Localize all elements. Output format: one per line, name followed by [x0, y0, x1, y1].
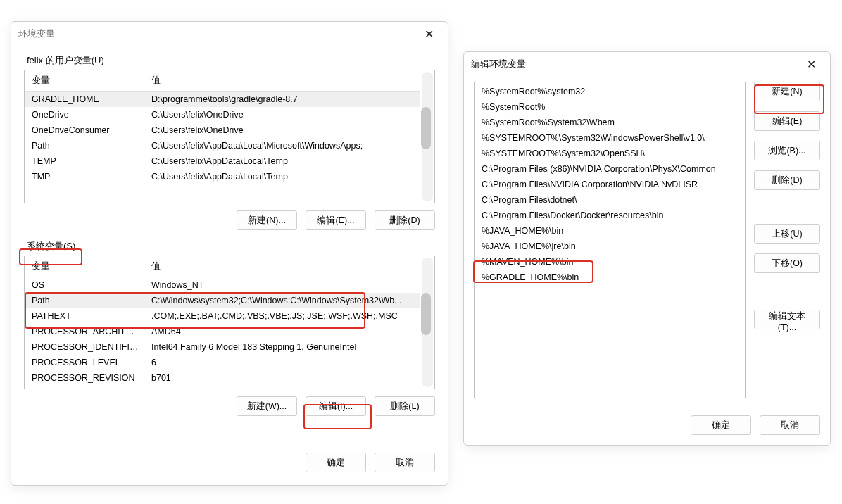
list-item[interactable]: %SystemRoot%\System32\Wbem: [475, 115, 745, 130]
edit-text-button[interactable]: 编辑文本(T)...: [754, 310, 820, 329]
list-item[interactable]: %SystemRoot%: [475, 99, 745, 115]
list-item[interactable]: %SYSTEMROOT%\System32\WindowsPowerShell\…: [475, 130, 745, 146]
scrollbar[interactable]: [422, 72, 433, 201]
sys-var-row[interactable]: Path C:\Windows\system32;C:\Windows;C:\W…: [25, 293, 420, 308]
user-var-row[interactable]: Path C:\Users\felix\AppData\Local\Micros…: [25, 138, 420, 153]
scrollbar[interactable]: [422, 258, 433, 387]
list-item[interactable]: C:\Program Files\dotnet\: [475, 192, 745, 208]
sys-var-row[interactable]: PROCESSOR_REVISION b701: [25, 370, 420, 386]
titlebar[interactable]: 编辑环境变量 ✕: [464, 52, 830, 76]
dialog-title: 编辑环境变量: [471, 58, 799, 70]
user-vars-table[interactable]: 变量 值 GRADLE_HOME D:\programme\tools\grad…: [24, 70, 435, 203]
move-down-button[interactable]: 下移(O): [754, 253, 820, 273]
edit-button[interactable]: 编辑(E): [754, 111, 820, 131]
user-edit-button[interactable]: 编辑(E)...: [306, 210, 366, 230]
col-var[interactable]: 变量: [25, 256, 144, 277]
col-val[interactable]: 值: [144, 70, 420, 92]
sys-var-row[interactable]: PATHEXT .COM;.EXE;.BAT;.CMD;.VBS;.VBE;.J…: [25, 308, 420, 324]
user-var-row[interactable]: OneDrive C:\Users\felix\OneDrive: [25, 107, 420, 122]
list-item[interactable]: %SYSTEMROOT%\System32\OpenSSH\: [475, 146, 745, 161]
titlebar[interactable]: 环境变量 ✕: [11, 22, 448, 46]
dialog-title: 环境变量: [18, 28, 417, 40]
ok-button[interactable]: 确定: [691, 415, 751, 435]
sys-var-row[interactable]: PROCESSOR_IDENTIFIER Intel64 Family 6 Mo…: [25, 339, 420, 355]
delete-button[interactable]: 删除(D): [754, 170, 820, 190]
cancel-button[interactable]: 取消: [760, 415, 820, 435]
ok-button[interactable]: 确定: [306, 453, 366, 472]
list-item[interactable]: C:\Program Files (x86)\NVIDIA Corporatio…: [475, 161, 745, 177]
sys-delete-button[interactable]: 删除(L): [375, 396, 435, 416]
sys-vars-table[interactable]: 变量 值 OS Windows_NT Path C:\Windows\syste…: [24, 256, 435, 389]
cancel-button[interactable]: 取消: [375, 453, 435, 472]
list-item[interactable]: %MAVEN_HOME%\bin: [475, 254, 745, 270]
sys-var-row[interactable]: PROCESSOR_ARCHITECT... AMD64: [25, 324, 420, 339]
list-item[interactable]: %JAVA_HOME%\bin: [475, 223, 745, 239]
sys-edit-button[interactable]: 编辑(I)...: [306, 396, 366, 416]
list-item[interactable]: C:\Program Files\Docker\Docker\resources…: [475, 208, 745, 223]
user-vars-label: felix 的用户变量(U): [27, 54, 435, 67]
browse-button[interactable]: 浏览(B)...: [754, 141, 820, 160]
list-item[interactable]: %SystemRoot%\system32: [475, 84, 745, 99]
sys-var-row[interactable]: OS Windows_NT: [25, 277, 420, 294]
move-up-button[interactable]: 上移(U): [754, 224, 820, 244]
env-vars-dialog: 环境变量 ✕ felix 的用户变量(U) 变量 值 GRADLE_HOME D…: [11, 21, 448, 486]
user-var-row[interactable]: TEMP C:\Users\felix\AppData\Local\Temp: [25, 153, 420, 169]
col-val[interactable]: 值: [144, 256, 420, 277]
new-button[interactable]: 新建(N): [754, 82, 820, 101]
user-new-button[interactable]: 新建(N)...: [237, 210, 297, 230]
path-list[interactable]: %SystemRoot%\system32 %SystemRoot% %Syst…: [474, 82, 746, 398]
col-var[interactable]: 变量: [25, 70, 144, 92]
close-icon[interactable]: ✕: [799, 52, 823, 76]
close-icon[interactable]: ✕: [417, 22, 441, 46]
sys-var-row[interactable]: PROCESSOR_LEVEL 6: [25, 355, 420, 370]
user-var-row[interactable]: GRADLE_HOME D:\programme\tools\gradle\gr…: [25, 92, 420, 108]
list-item[interactable]: %JAVA_HOME%\jre\bin: [475, 239, 745, 254]
list-item[interactable]: %GRADLE_HOME%\bin: [475, 270, 745, 285]
list-item[interactable]: C:\Program Files\NVIDIA Corporation\NVID…: [475, 177, 745, 192]
user-var-row[interactable]: OneDriveConsumer C:\Users\felix\OneDrive: [25, 122, 420, 138]
edit-env-var-dialog: 编辑环境变量 ✕ %SystemRoot%\system32 %SystemRo…: [463, 51, 831, 446]
user-var-row[interactable]: TMP C:\Users\felix\AppData\Local\Temp: [25, 169, 420, 184]
user-delete-button[interactable]: 删除(D): [375, 210, 435, 230]
sys-new-button[interactable]: 新建(W)...: [237, 396, 297, 416]
sys-vars-label: 系统变量(S): [27, 240, 435, 253]
